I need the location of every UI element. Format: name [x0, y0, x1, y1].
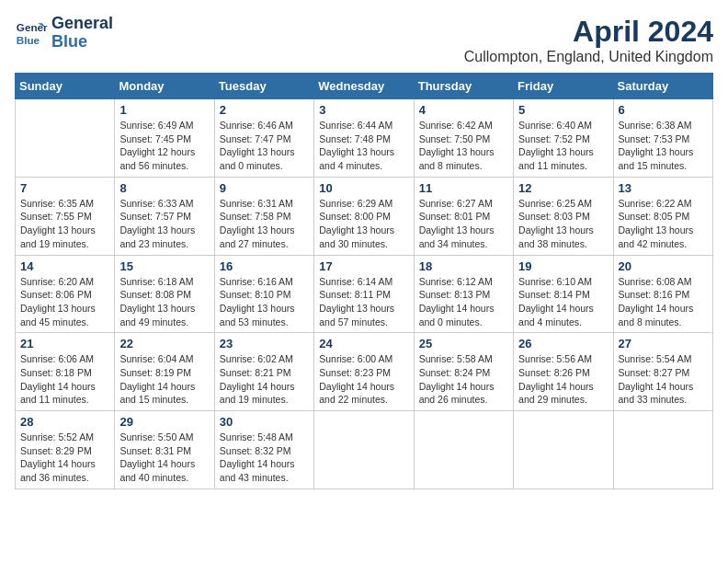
day-number: 28 [20, 415, 109, 429]
day-info: Sunrise: 6:46 AMSunset: 7:47 PMDaylight … [220, 119, 309, 173]
calendar-cell: 9Sunrise: 6:31 AMSunset: 7:58 PMDaylight… [214, 177, 313, 255]
calendar-cell: 13Sunrise: 6:22 AMSunset: 8:05 PMDayligh… [613, 177, 712, 255]
calendar-cell: 19Sunrise: 6:10 AMSunset: 8:14 PMDayligh… [514, 255, 613, 333]
day-info: Sunrise: 6:18 AMSunset: 8:08 PMDaylight … [119, 275, 209, 329]
day-number: 9 [220, 181, 309, 195]
day-number: 20 [619, 259, 708, 273]
calendar-cell: 8Sunrise: 6:33 AMSunset: 7:57 PMDaylight… [115, 177, 214, 255]
calendar-cell: 22Sunrise: 6:04 AMSunset: 8:19 PMDayligh… [115, 333, 214, 411]
calendar-table: SundayMondayTuesdayWednesdayThursdayFrid… [15, 73, 713, 489]
calendar-week-1: 1Sunrise: 6:49 AMSunset: 7:45 PMDaylight… [16, 99, 713, 178]
calendar-cell: 21Sunrise: 6:06 AMSunset: 8:18 PMDayligh… [16, 333, 115, 411]
day-number: 27 [619, 337, 708, 350]
day-number: 29 [119, 415, 209, 429]
day-info: Sunrise: 6:27 AMSunset: 8:01 PMDaylight … [419, 197, 508, 251]
day-info: Sunrise: 5:52 AMSunset: 8:29 PMDaylight … [20, 431, 109, 485]
calendar-cell: 10Sunrise: 6:29 AMSunset: 8:00 PMDayligh… [314, 177, 414, 255]
day-number: 18 [419, 259, 508, 273]
day-info: Sunrise: 6:35 AMSunset: 7:55 PMDaylight … [20, 197, 109, 251]
calendar-week-4: 21Sunrise: 6:06 AMSunset: 8:18 PMDayligh… [16, 333, 713, 411]
page-header: General Blue General Blue April 2024 Cul… [15, 15, 713, 65]
calendar-cell: 29Sunrise: 5:50 AMSunset: 8:31 PMDayligh… [115, 411, 214, 489]
calendar-cell [514, 411, 613, 489]
month-title: April 2024 [464, 15, 713, 49]
calendar-cell: 7Sunrise: 6:35 AMSunset: 7:55 PMDaylight… [16, 177, 115, 255]
day-info: Sunrise: 6:12 AMSunset: 8:13 PMDaylight … [419, 275, 508, 329]
calendar-week-5: 28Sunrise: 5:52 AMSunset: 8:29 PMDayligh… [16, 411, 713, 489]
day-number: 2 [220, 103, 309, 117]
day-info: Sunrise: 6:33 AMSunset: 7:57 PMDaylight … [119, 197, 209, 251]
day-number: 21 [20, 337, 109, 350]
day-number: 26 [518, 337, 608, 350]
day-info: Sunrise: 6:22 AMSunset: 8:05 PMDaylight … [619, 197, 708, 251]
calendar-cell: 2Sunrise: 6:46 AMSunset: 7:47 PMDaylight… [214, 99, 313, 178]
calendar-cell: 18Sunrise: 6:12 AMSunset: 8:13 PMDayligh… [414, 255, 513, 333]
day-number: 13 [619, 181, 708, 195]
day-info: Sunrise: 5:50 AMSunset: 8:31 PMDaylight … [119, 431, 209, 485]
calendar-cell: 20Sunrise: 6:08 AMSunset: 8:16 PMDayligh… [613, 255, 712, 333]
day-number: 1 [119, 103, 209, 117]
day-info: Sunrise: 6:04 AMSunset: 8:19 PMDaylight … [119, 352, 209, 407]
calendar-cell: 3Sunrise: 6:44 AMSunset: 7:48 PMDaylight… [314, 99, 414, 178]
calendar-cell: 4Sunrise: 6:42 AMSunset: 7:50 PMDaylight… [414, 99, 513, 178]
calendar-cell: 17Sunrise: 6:14 AMSunset: 8:11 PMDayligh… [314, 255, 414, 333]
day-info: Sunrise: 6:14 AMSunset: 8:11 PMDaylight … [319, 275, 408, 329]
calendar-cell [613, 411, 712, 489]
calendar-cell: 28Sunrise: 5:52 AMSunset: 8:29 PMDayligh… [16, 411, 115, 489]
day-number: 10 [319, 181, 408, 195]
calendar-cell: 27Sunrise: 5:54 AMSunset: 8:27 PMDayligh… [613, 333, 712, 411]
day-number: 8 [119, 181, 209, 195]
calendar-cell: 16Sunrise: 6:16 AMSunset: 8:10 PMDayligh… [214, 255, 313, 333]
calendar-cell [16, 99, 115, 178]
weekday-header-row: SundayMondayTuesdayWednesdayThursdayFrid… [16, 74, 713, 99]
day-number: 5 [518, 103, 608, 117]
day-number: 22 [119, 337, 209, 350]
day-number: 3 [319, 103, 408, 117]
day-number: 19 [518, 259, 608, 273]
day-number: 15 [119, 259, 209, 273]
calendar-cell: 24Sunrise: 6:00 AMSunset: 8:23 PMDayligh… [314, 333, 414, 411]
day-info: Sunrise: 6:29 AMSunset: 8:00 PMDaylight … [319, 197, 408, 251]
day-info: Sunrise: 6:16 AMSunset: 8:10 PMDaylight … [220, 275, 309, 329]
day-number: 30 [220, 415, 309, 429]
day-info: Sunrise: 5:56 AMSunset: 8:26 PMDaylight … [518, 352, 608, 407]
weekday-header-monday: Monday [115, 74, 214, 99]
day-info: Sunrise: 6:08 AMSunset: 8:16 PMDaylight … [619, 275, 708, 329]
day-number: 24 [319, 337, 408, 350]
day-info: Sunrise: 5:58 AMSunset: 8:24 PMDaylight … [419, 352, 508, 407]
day-number: 4 [419, 103, 508, 117]
day-info: Sunrise: 5:54 AMSunset: 8:27 PMDaylight … [619, 352, 708, 407]
logo-text: General Blue [51, 15, 113, 52]
weekday-header-tuesday: Tuesday [214, 74, 313, 99]
day-info: Sunrise: 6:02 AMSunset: 8:21 PMDaylight … [220, 352, 309, 407]
calendar-week-3: 14Sunrise: 6:20 AMSunset: 8:06 PMDayligh… [16, 255, 713, 333]
calendar-cell: 1Sunrise: 6:49 AMSunset: 7:45 PMDaylight… [115, 99, 214, 178]
day-info: Sunrise: 6:10 AMSunset: 8:14 PMDaylight … [518, 275, 608, 329]
calendar-cell: 26Sunrise: 5:56 AMSunset: 8:26 PMDayligh… [514, 333, 613, 411]
day-number: 11 [419, 181, 508, 195]
day-number: 23 [220, 337, 309, 350]
logo: General Blue General Blue [15, 15, 113, 52]
day-number: 6 [619, 103, 708, 117]
day-info: Sunrise: 6:42 AMSunset: 7:50 PMDaylight … [419, 119, 508, 173]
title-area: April 2024 Cullompton, England, United K… [464, 15, 713, 65]
svg-text:General: General [17, 21, 48, 33]
calendar-cell: 6Sunrise: 6:38 AMSunset: 7:53 PMDaylight… [613, 99, 712, 178]
calendar-cell: 11Sunrise: 6:27 AMSunset: 8:01 PMDayligh… [414, 177, 513, 255]
weekday-header-sunday: Sunday [16, 74, 115, 99]
calendar-cell: 5Sunrise: 6:40 AMSunset: 7:52 PMDaylight… [514, 99, 613, 178]
day-number: 7 [20, 181, 109, 195]
day-number: 14 [20, 259, 109, 273]
day-info: Sunrise: 6:06 AMSunset: 8:18 PMDaylight … [20, 352, 109, 407]
day-info: Sunrise: 6:25 AMSunset: 8:03 PMDaylight … [518, 197, 608, 251]
calendar-cell: 15Sunrise: 6:18 AMSunset: 8:08 PMDayligh… [115, 255, 214, 333]
weekday-header-friday: Friday [514, 74, 613, 99]
weekday-header-saturday: Saturday [613, 74, 712, 99]
logo-icon: General Blue [15, 17, 48, 50]
day-number: 17 [319, 259, 408, 273]
day-info: Sunrise: 6:44 AMSunset: 7:48 PMDaylight … [319, 119, 408, 173]
day-number: 16 [220, 259, 309, 273]
calendar-week-2: 7Sunrise: 6:35 AMSunset: 7:55 PMDaylight… [16, 177, 713, 255]
svg-text:Blue: Blue [17, 33, 40, 45]
weekday-header-thursday: Thursday [414, 74, 513, 99]
